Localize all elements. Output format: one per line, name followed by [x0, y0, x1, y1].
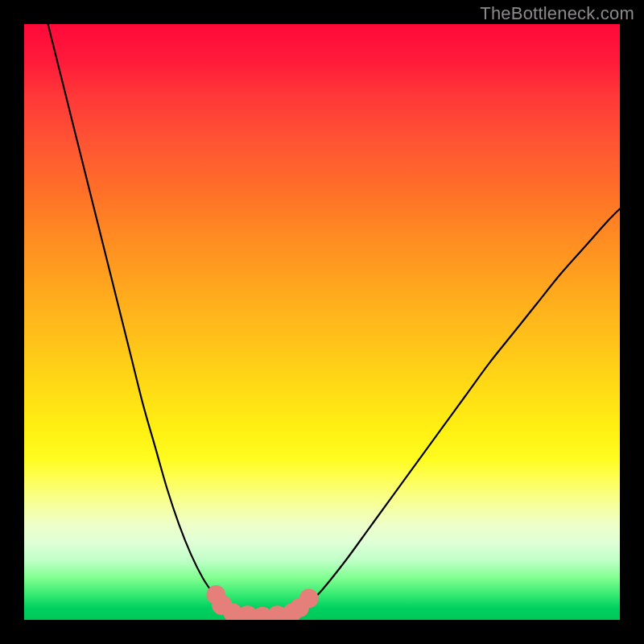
watermark-text: TheBottleneck.com: [480, 3, 634, 24]
plot-background: [24, 24, 620, 620]
chart-frame: TheBottleneck.com: [0, 0, 644, 644]
